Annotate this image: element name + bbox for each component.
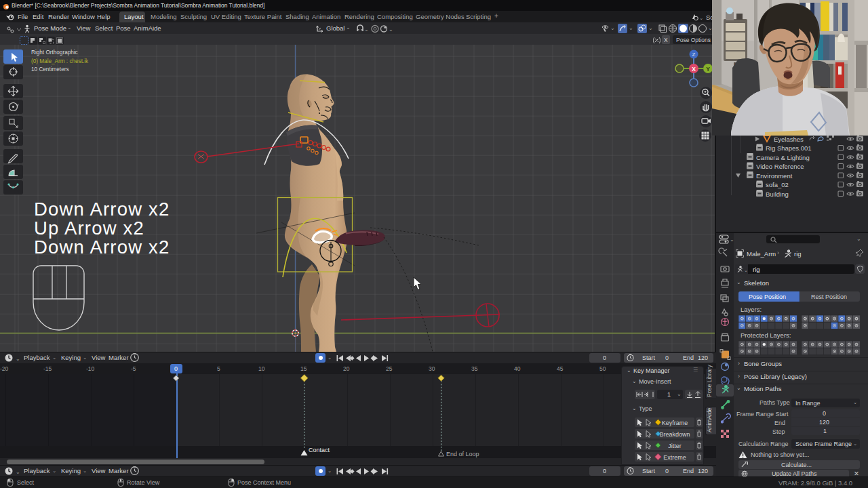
svg-text:Rig Shapes.001: Rig Shapes.001 <box>766 144 812 152</box>
svg-text:Building: Building <box>766 190 789 198</box>
svg-text:⌄: ⌄ <box>730 237 734 243</box>
svg-text:Y: Y <box>706 66 710 73</box>
svg-text:Camera & Lighting: Camera & Lighting <box>756 154 810 161</box>
svg-text:⌄: ⌄ <box>364 26 369 33</box>
svg-text:⌄: ⌄ <box>16 469 20 475</box>
svg-text:⌄: ⌄ <box>744 268 748 272</box>
svg-text:Keyframe: Keyframe <box>662 420 688 426</box>
svg-text:⌄: ⌄ <box>648 25 653 31</box>
svg-text:Video Reference: Video Reference <box>756 163 804 170</box>
svg-text:sofa_02: sofa_02 <box>766 181 789 188</box>
svg-text:Extreme: Extreme <box>663 454 686 461</box>
svg-text:Z: Z <box>692 52 696 58</box>
svg-text:Jitter: Jitter <box>668 443 682 449</box>
svg-text:Environment: Environment <box>756 172 793 180</box>
svg-text:Breakdown: Breakdown <box>659 431 690 438</box>
svg-text:⌄: ⌄ <box>610 25 615 31</box>
svg-text:X: X <box>692 66 696 73</box>
svg-text:⌄: ⌄ <box>699 15 703 21</box>
svg-text:⌄: ⌄ <box>16 356 20 362</box>
svg-text:⌄: ⌄ <box>629 25 633 31</box>
svg-text:Eyelashes: Eyelashes <box>774 136 804 143</box>
svg-text:Sc: Sc <box>706 14 712 21</box>
svg-text:⌄: ⌄ <box>389 26 393 33</box>
